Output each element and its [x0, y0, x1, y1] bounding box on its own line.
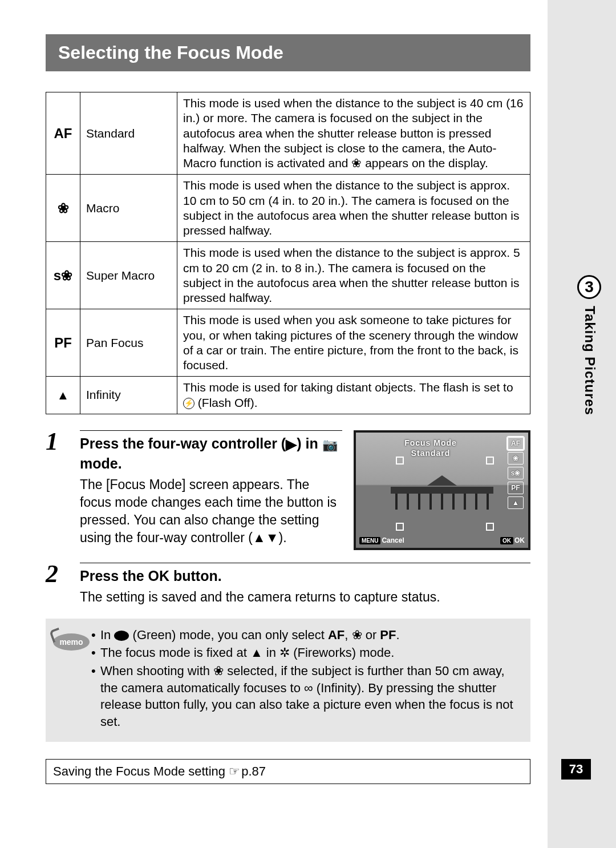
mode-icon: AF: [46, 92, 80, 175]
flower-icon: ❀: [213, 664, 224, 678]
page: 3 Taking Pictures 73 Selecting the Focus…: [0, 0, 616, 848]
step2-head-b: button.: [169, 568, 222, 584]
camera-icon: 📷: [322, 437, 338, 451]
lcd-ok-btn: OK: [500, 537, 513, 544]
memo-item: The focus mode is fixed at ▲ in ✲ (Firew…: [91, 644, 521, 661]
green-mode-icon: [114, 631, 129, 641]
lcd-mode-icon: AF: [508, 437, 524, 450]
memo-box: memo In (Green) mode, you can only selec…: [46, 619, 530, 742]
step-1: 1 Press the four-way controller (▶) in 📷…: [46, 430, 530, 550]
fireworks-icon: ✲: [279, 645, 290, 660]
mode-desc: This mode is used when the distance to t…: [177, 92, 530, 175]
table-row: ❀MacroThis mode is used when the distanc…: [46, 175, 530, 242]
memo-oval-icon: memo: [53, 633, 90, 651]
step2-heading: Press the OK button.: [80, 563, 530, 586]
ref-page: p.87: [241, 764, 266, 779]
table-row: AFStandardThis mode is used when the dis…: [46, 92, 530, 175]
flower-icon: ❀: [352, 628, 362, 642]
table-row: s❀Super MacroThis mode is used when the …: [46, 242, 530, 309]
mode-name: Macro: [80, 175, 177, 242]
step1-heading: Press the four-way controller (▶) in 📷 m…: [80, 430, 342, 474]
side-strip: [548, 0, 616, 848]
mountain-icon: ▲: [250, 645, 263, 660]
chapter-label: Taking Pictures: [582, 306, 598, 415]
memo-list: In (Green) mode, you can only select AF,…: [91, 627, 521, 732]
mode-name: Infinity: [80, 377, 177, 414]
lcd-preview: Focus Mode Standard AF❀s❀PF▲ MENUCancel …: [354, 430, 530, 550]
chapter-badge: 3: [577, 275, 601, 299]
reference-box: Saving the Focus Mode setting ☞p.87: [46, 759, 530, 784]
page-number: 73: [561, 759, 591, 780]
table-row: ▲InfinityThis mode is used for taking di…: [46, 377, 530, 414]
steps: 1 Press the four-way controller (▶) in 📷…: [46, 430, 530, 606]
lcd-menubar: MENUCancel OKOK: [359, 536, 525, 544]
lcd-subtitle: Standard: [356, 449, 505, 458]
lcd-mode-icon: ▲: [508, 496, 524, 509]
mode-icon: ❀: [46, 175, 80, 242]
flash-off-icon: ⚡: [183, 398, 194, 409]
lcd-title: Focus Mode: [356, 438, 505, 447]
mode-name: Super Macro: [80, 242, 177, 309]
step1-body: The [Focus Mode] screen appears. The foc…: [80, 476, 342, 547]
step-number: 2: [46, 559, 58, 588]
step2-body: The setting is saved and the camera retu…: [80, 588, 530, 606]
mode-name: Standard: [80, 92, 177, 175]
ref-text: Saving the Focus Mode setting: [53, 764, 229, 778]
table-row: PFPan FocusThis mode is used when you as…: [46, 309, 530, 377]
page-title: Selecting the Focus Mode: [46, 34, 530, 71]
lcd-menu-btn: MENU: [359, 537, 380, 544]
mode-icon: PF: [46, 309, 80, 377]
memo-item: When shooting with ❀ selected, if the su…: [91, 663, 521, 730]
af-text-icon: AF: [328, 628, 345, 642]
mode-desc: This mode is used when the distance to t…: [177, 175, 530, 242]
lcd-cancel: Cancel: [382, 536, 404, 544]
ok-label-icon: OK: [148, 568, 170, 584]
lcd-mode-icons: AF❀s❀PF▲: [508, 437, 525, 509]
lcd-mode-icon: ❀: [508, 452, 524, 465]
step1-head-a: Press the four-way controller (: [80, 435, 286, 451]
step1-head-b: ) in: [297, 435, 322, 451]
memo-icon: memo: [51, 627, 91, 732]
mode-desc: This mode is used when the distance to t…: [177, 242, 530, 309]
mode-desc: This mode is used when you ask someone t…: [177, 309, 530, 377]
right-tri-icon: ▶: [286, 435, 297, 454]
step1-head-c: mode.: [80, 455, 122, 471]
lcd-ok-label: OK: [514, 536, 525, 544]
lcd-mode-icon: PF: [508, 482, 524, 494]
pf-text-icon: PF: [380, 628, 396, 642]
lcd-scene: [391, 475, 493, 510]
step-2: 2 Press the OK button. The setting is sa…: [46, 563, 530, 606]
memo-item: In (Green) mode, you can only select AF,…: [91, 627, 521, 644]
pointer-icon: ☞: [229, 764, 240, 779]
mode-desc: This mode is used for taking distant obj…: [177, 377, 530, 414]
step2-head-a: Press the: [80, 568, 148, 584]
step-number: 1: [46, 427, 58, 456]
mode-name: Pan Focus: [80, 309, 177, 377]
mode-icon: s❀: [46, 242, 80, 309]
mode-icon: ▲: [46, 377, 80, 414]
flower-icon: ❀: [351, 156, 362, 169]
focus-mode-table: AFStandardThis mode is used when the dis…: [46, 92, 530, 414]
lcd-mode-icon: s❀: [508, 467, 524, 479]
